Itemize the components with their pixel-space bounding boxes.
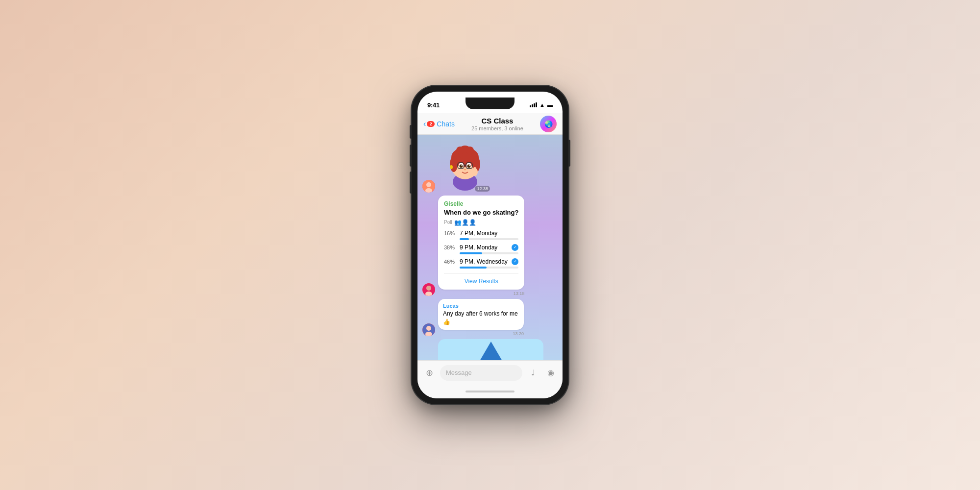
avatar-emoji: 🌏 — [544, 120, 553, 128]
svg-point-9 — [456, 147, 464, 154]
poll-option-1[interactable]: 16% 7 PM, Monday — [444, 230, 518, 240]
status-time: 9:41 — [427, 101, 440, 109]
lucas-message-row: Lucas Any day after 6 works for me 👍 13:… — [422, 299, 558, 337]
lucas-message-text: Any day after 6 works for me 👍 — [443, 310, 519, 326]
svg-point-6 — [450, 156, 458, 172]
chat-area: 12:38 Giselle — [417, 135, 563, 360]
poll-bubble: Giselle When do we go skating? Poll 👥👤👤 … — [438, 196, 524, 296]
lucas-sender-name: Lucas — [443, 303, 519, 309]
poll-bar-track-1 — [460, 238, 518, 240]
nav-center: CS Class 25 members, 3 online — [471, 117, 523, 131]
back-label: Chats — [437, 120, 455, 128]
poll-footer: View Results — [444, 273, 518, 285]
svg-point-29 — [426, 326, 431, 331]
mute-button — [410, 125, 412, 139]
chat-subtitle: 25 members, 3 online — [471, 125, 523, 131]
poll-time: 13:18 — [438, 291, 524, 296]
lucas-time: 13:20 — [438, 331, 524, 336]
poll-option-3[interactable]: 46% 9 PM, Wednesday ✓ — [444, 258, 518, 269]
volume-down-button — [410, 172, 412, 194]
poll-question: When do we go skating? — [444, 209, 518, 217]
message-input[interactable]: Message — [440, 365, 522, 381]
poll-sender-name: Giselle — [444, 200, 518, 207]
lucas-bubble: Lucas Any day after 6 works for me 👍 — [438, 299, 524, 330]
poll-check-3: ✓ — [512, 258, 518, 265]
svg-point-20 — [464, 169, 466, 171]
svg-point-23 — [473, 167, 476, 170]
poll-opt-label-3: 9 PM, Wednesday — [460, 258, 509, 265]
svg-point-13 — [460, 165, 463, 168]
poll-pct-2: 38% — [444, 245, 457, 250]
svg-marker-31 — [474, 342, 508, 360]
poll-pct-1: 16% — [444, 230, 457, 236]
svg-point-10 — [466, 147, 474, 154]
power-button — [568, 140, 570, 167]
sticker-image: 12:38 — [438, 139, 492, 193]
poll-opt-label-2: 9 PM, Monday — [460, 244, 509, 251]
attach-button[interactable]: ⊕ — [422, 366, 436, 380]
poll-label: Poll 👥👤👤 — [444, 219, 518, 226]
chat-scroll[interactable]: 12:38 Giselle — [417, 135, 563, 360]
attach-icon: ⊕ — [426, 368, 433, 378]
phone-mockup: 9:41 ▲ ▬ ‹ 2 Chats CS Class 25 — [412, 86, 568, 404]
home-bar — [466, 391, 514, 392]
nav-header: ‹ 2 Chats CS Class 25 members, 3 online … — [417, 113, 563, 135]
giselle-avatar — [422, 283, 435, 296]
svg-point-16 — [469, 165, 470, 166]
view-results-button[interactable]: View Results — [465, 278, 498, 285]
chats-badge: 2 — [427, 121, 435, 127]
poll-card: Giselle When do we go skating? Poll 👥👤👤 … — [438, 196, 524, 290]
home-indicator — [417, 385, 563, 398]
triangle-svg — [471, 339, 511, 360]
voice-icon: ♩ — [531, 368, 535, 377]
volume-up-button — [410, 145, 412, 167]
poll-bar-track-2 — [460, 252, 518, 254]
status-icons: ▲ ▬ — [530, 102, 553, 108]
poll-bar-fill-1 — [460, 238, 469, 240]
group-avatar[interactable]: 🌏 — [540, 116, 557, 132]
battery-icon: ▬ — [547, 102, 553, 108]
back-chevron-icon: ‹ — [423, 120, 426, 128]
sticker-message: 12:38 — [422, 139, 558, 193]
svg-point-1 — [426, 182, 431, 187]
svg-point-15 — [462, 165, 463, 166]
message-placeholder: Message — [446, 369, 472, 376]
camera-icon: ◉ — [547, 368, 554, 377]
signal-icon — [530, 102, 537, 107]
triangle-sticker — [438, 339, 543, 360]
back-button[interactable]: ‹ 2 Chats — [423, 120, 455, 128]
voice-button[interactable]: ♩ — [526, 366, 540, 380]
sticker-time: 12:38 — [475, 186, 490, 192]
notch — [466, 98, 514, 109]
svg-point-14 — [467, 165, 471, 168]
input-bar: ⊕ Message ♩ ◉ — [417, 360, 563, 385]
poll-voters-icon: 👥👤👤 — [454, 219, 476, 226]
svg-point-27 — [426, 286, 431, 291]
poll-option-2[interactable]: 38% 9 PM, Monday ✓ — [444, 244, 518, 254]
wifi-icon: ▲ — [539, 102, 545, 108]
poll-check-2: ✓ — [512, 244, 518, 251]
poll-bar-fill-2 — [460, 252, 482, 254]
poll-opt-label-1: 7 PM, Monday — [460, 230, 518, 237]
chat-title: CS Class — [481, 117, 513, 125]
phone-screen: 9:41 ▲ ▬ ‹ 2 Chats CS Class 25 — [417, 92, 563, 398]
sticker-svg — [438, 139, 492, 193]
sender-avatar-female — [422, 180, 435, 193]
svg-point-21 — [450, 165, 453, 169]
poll-pct-3: 46% — [444, 259, 457, 265]
poll-bar-fill-3 — [460, 267, 487, 269]
poll-bar-track-3 — [460, 267, 518, 269]
lucas-bubble-wrapper: Lucas Any day after 6 works for me 👍 13:… — [438, 299, 524, 337]
lucas-avatar — [422, 323, 435, 336]
camera-button[interactable]: ◉ — [544, 366, 558, 380]
poll-message-row: Giselle When do we go skating? Poll 👥👤👤 … — [422, 196, 558, 296]
